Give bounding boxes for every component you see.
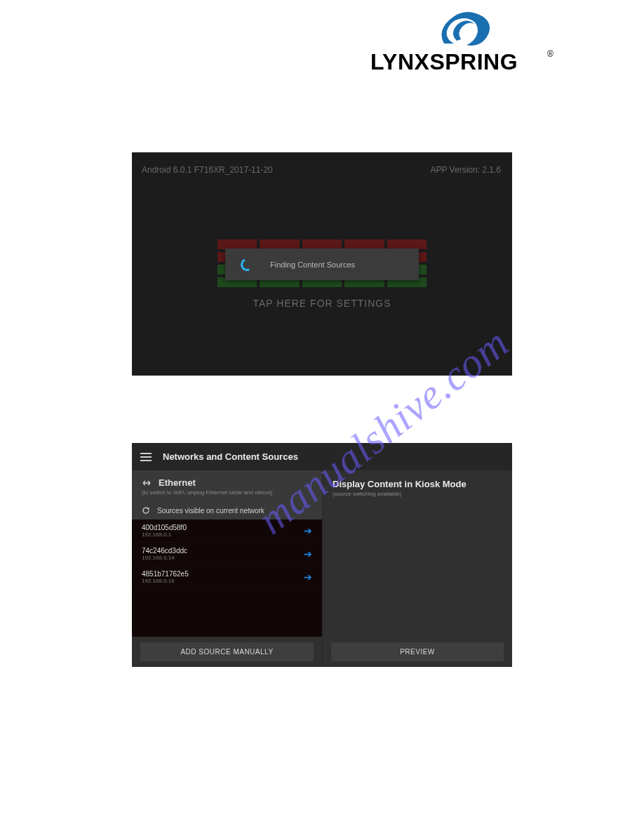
arrow-right-icon: ➔ xyxy=(304,548,312,560)
hamburger-menu-icon[interactable] xyxy=(140,453,152,461)
app-version-text: APP Version: 2.1.6 xyxy=(430,165,501,175)
right-panel: Display Content in Kiosk Mode (source sw… xyxy=(322,470,512,667)
source-name: 400d105d58f0 xyxy=(142,524,187,531)
source-name: 74c246cd3ddc xyxy=(142,547,187,555)
arrow-right-icon: ➔ xyxy=(304,525,312,536)
refresh-icon xyxy=(142,506,150,515)
screenshot-finding-sources: Android 6.0.1 F716XR_2017-11-20 APP Vers… xyxy=(132,152,512,376)
loading-toast: Finding Content Sources xyxy=(225,249,419,280)
screenshot-networks-sources: Networks and Content Sources Ethernet (t… xyxy=(132,443,512,667)
right-button-wrap: PREVIEW xyxy=(323,637,512,667)
spinner-icon xyxy=(239,256,255,272)
loading-toast-text: Finding Content Sources xyxy=(270,260,355,269)
kiosk-title: Display Content in Kiosk Mode xyxy=(323,470,512,491)
add-source-button[interactable]: ADD SOURCE MANUALLY xyxy=(140,642,314,661)
arrow-right-icon: ➔ xyxy=(304,571,312,583)
source-ip: 192.168.0.16 xyxy=(142,578,189,584)
lynxspring-logo: LYNXSPRING ® xyxy=(370,10,553,70)
tap-settings-button[interactable]: TAP HERE FOR SETTINGS xyxy=(132,298,512,309)
header-title: Networks and Content Sources xyxy=(163,451,298,462)
left-panel-fill xyxy=(132,589,322,637)
source-name: 4851b71762e5 xyxy=(142,570,189,578)
refresh-label: Sources visible on current network xyxy=(157,507,264,515)
status-bar-row-red xyxy=(217,239,427,249)
ethernet-label: Ethernet xyxy=(159,477,196,488)
app-body: Ethernet (to switch to WiFi, unplug Ethe… xyxy=(132,470,512,667)
app-header: Networks and Content Sources xyxy=(132,443,512,470)
preview-button[interactable]: PREVIEW xyxy=(331,642,504,661)
left-panel: Ethernet (to switch to WiFi, unplug Ethe… xyxy=(132,470,322,667)
ethernet-note: (to switch to WiFi, unplug Ethernet cabl… xyxy=(132,489,322,501)
source-item[interactable]: 74c246cd3ddc 192.168.0.14 ➔ xyxy=(132,543,322,566)
logo-swirl-icon xyxy=(437,10,492,49)
source-ip: 192.168.0.14 xyxy=(142,555,187,561)
refresh-sources-row[interactable]: Sources visible on current network xyxy=(132,501,322,519)
logo-brand-text: LYNXSPRING xyxy=(370,49,518,75)
ethernet-row: Ethernet xyxy=(132,470,322,489)
android-version-text: Android 6.0.1 F716XR_2017-11-20 xyxy=(142,165,273,175)
source-ip: 192.168.0.1 xyxy=(142,531,187,538)
left-button-wrap: ADD SOURCE MANUALLY xyxy=(132,637,322,667)
right-panel-fill xyxy=(323,497,512,637)
ethernet-icon xyxy=(142,478,152,488)
kiosk-subtitle: (source switching available) xyxy=(323,491,512,497)
logo-registered-mark: ® xyxy=(547,49,554,59)
source-item[interactable]: 4851b71762e5 192.168.0.16 ➔ xyxy=(132,566,322,589)
source-list: 400d105d58f0 192.168.0.1 ➔ 74c246cd3ddc … xyxy=(132,519,322,589)
source-item[interactable]: 400d105d58f0 192.168.0.1 ➔ xyxy=(132,519,322,543)
